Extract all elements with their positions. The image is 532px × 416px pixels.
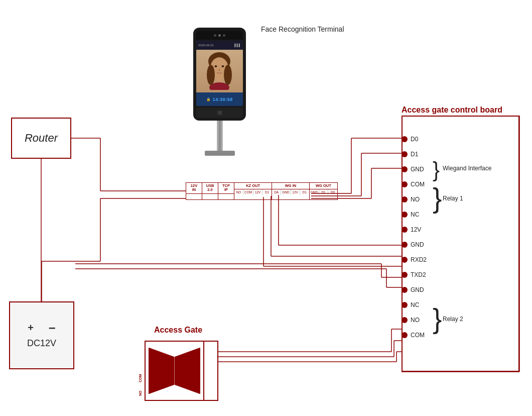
terminal-face-area: [196, 50, 243, 92]
pin-dot-nc2: [402, 302, 408, 308]
pin-name-d0: D0: [411, 136, 430, 143]
board-pin-row-txd2: TXD2: [402, 267, 430, 282]
port-pin-gnd1: GND: [281, 189, 291, 195]
terminal-device: 2020-06-23 ▌▌▌: [193, 28, 246, 121]
svg-point-4: [218, 69, 220, 71]
pin-dot-nc1: [402, 212, 408, 218]
terminal-pole: [217, 121, 223, 151]
board-pin-row-nc2: NC: [402, 297, 430, 313]
gate-pin-com: COM: [136, 371, 145, 386]
face-recognition-terminal: 2020-06-23 ▌▌▌: [193, 28, 246, 156]
battery-label: DC12V: [27, 338, 56, 349]
port-block: 12VIN USB2.0 TCPIP KZ OUT NO COM 12V D1 …: [186, 182, 338, 200]
port-label-tcp: TCPIP: [218, 183, 234, 194]
pin-dot-rxd2: [402, 257, 408, 263]
port-pin-d1b: D1: [300, 189, 309, 195]
pin-dot-com2: [402, 332, 408, 338]
pin-name-rxd2: RXD2: [411, 256, 430, 263]
port-pin-gnd2: GND: [310, 189, 319, 195]
board-pin-row-gnd1: GND } Wiegand Interface: [402, 162, 430, 177]
board-pin-row-gnd2: GND: [402, 237, 430, 252]
port-section-kzout: KZ OUT NO COM 12V D1: [234, 183, 272, 199]
board-pin-row-12v: 12V: [402, 222, 430, 237]
relay1-label-text: Relay 1: [443, 195, 463, 202]
port-label-12v: 12VIN: [186, 183, 202, 194]
port-section-12v: 12VIN: [186, 183, 202, 199]
pin-dot-d0: [402, 136, 408, 142]
terminal-date: 2020-06-23: [198, 44, 214, 47]
port-section-wgin: WG IN DA GND 12V D1: [272, 183, 309, 199]
port-label-wgout: WG OUT: [310, 183, 337, 189]
port-section-usb: USB2.0: [202, 183, 218, 199]
pin-name-gnd2: GND: [411, 241, 430, 248]
board-pin-row-no1: NO } Relay 1: [402, 192, 430, 207]
pin-name-gnd3: GND: [411, 286, 430, 293]
board-pins-list: D0 D1 GND } Wiegand Interface COM NO } R…: [402, 132, 430, 343]
terminal-camera-left: [214, 34, 216, 37]
pin-dot-d1: [402, 151, 408, 157]
pin-name-no2: NO: [411, 317, 430, 324]
pin-name-no1: NO: [411, 196, 430, 203]
rfid-icon: ≋: [217, 109, 223, 117]
terminal-screen-status: 2020-06-23 ▌▌▌: [196, 41, 243, 50]
gate-body: [145, 341, 204, 401]
battery-terminals: + −: [28, 322, 56, 334]
svg-point-7: [207, 65, 215, 85]
pin-name-com2: COM: [411, 332, 430, 339]
svg-point-3: [222, 65, 224, 67]
terminal-top-bar: [196, 31, 243, 40]
face-silhouette: [206, 52, 233, 90]
battery-positive: +: [28, 322, 34, 334]
wiegand-brace: }: [433, 159, 440, 180]
pin-name-nc2: NC: [411, 301, 430, 308]
svg-point-2: [215, 65, 217, 67]
terminal-screen: 2020-06-23 ▌▌▌: [196, 41, 243, 106]
relay2-label-text: Relay 2: [443, 316, 463, 323]
terminal-camera-right: [223, 34, 225, 37]
port-pin: [186, 194, 195, 199]
terminal-signal: ▌▌▌: [234, 44, 241, 47]
port-section-tcp: TCPIP: [218, 183, 234, 199]
pin-dot-gnd1: [402, 166, 408, 172]
pin-name-com1: COM: [411, 181, 430, 188]
port-pin-12v3: 12V: [291, 189, 300, 195]
terminal-base: [205, 151, 235, 156]
battery-box: + − DC12V: [9, 301, 74, 369]
pin-dot-txd2: [402, 272, 408, 278]
port-label-usb: USB2.0: [202, 183, 218, 194]
router-label: Router: [25, 132, 58, 145]
gate-pin-labels: COM NO: [136, 341, 145, 401]
board-pin-row-no2: NO } Relay 2: [402, 313, 430, 328]
control-board-title: Access gate control board: [402, 106, 502, 115]
port-pin-d0: D0: [328, 189, 337, 195]
pin-dot-gnd2: [402, 242, 408, 248]
access-gate-label: Access Gate: [154, 326, 202, 335]
terminal-rfid-reader: ≋: [196, 108, 243, 118]
board-pin-row-d0: D0: [402, 132, 430, 147]
pin-dot-com1: [402, 181, 408, 187]
pin-name-gnd1: GND: [411, 166, 430, 173]
terminal-time: 14:30:58: [213, 97, 233, 102]
port-pin-da: DA: [272, 189, 281, 195]
board-pin-row-nc1: NC: [402, 207, 430, 222]
port-label-kzout: KZ OUT: [234, 183, 272, 189]
terminal-camera-center: [218, 34, 221, 37]
port-pin-d1a: D1: [262, 189, 272, 195]
pin-name-12v: 12V: [411, 226, 430, 233]
pin-name-d1: D1: [411, 151, 430, 158]
port-label-wgin: WG IN: [272, 183, 309, 189]
gate-flap-left: [149, 348, 175, 394]
board-pin-row-rxd2: RXD2: [402, 252, 430, 267]
relay2-brace: }: [433, 305, 442, 333]
port-pin-12v2: 12V: [253, 189, 262, 195]
port-pin-com1: COM: [243, 189, 253, 195]
board-pin-row-com2: COM: [402, 328, 430, 343]
pin-name-nc1: NC: [411, 211, 430, 218]
port-section-wgout: WG OUT GND D1 D0: [310, 183, 337, 199]
pin-name-txd2: TXD2: [411, 271, 430, 278]
port-pin-no: NO: [234, 189, 243, 195]
port-pin: [218, 194, 227, 199]
gate-flap-right: [175, 348, 201, 394]
pin-dot-gnd3: [402, 287, 408, 293]
pin-dot-no2: [402, 317, 408, 323]
